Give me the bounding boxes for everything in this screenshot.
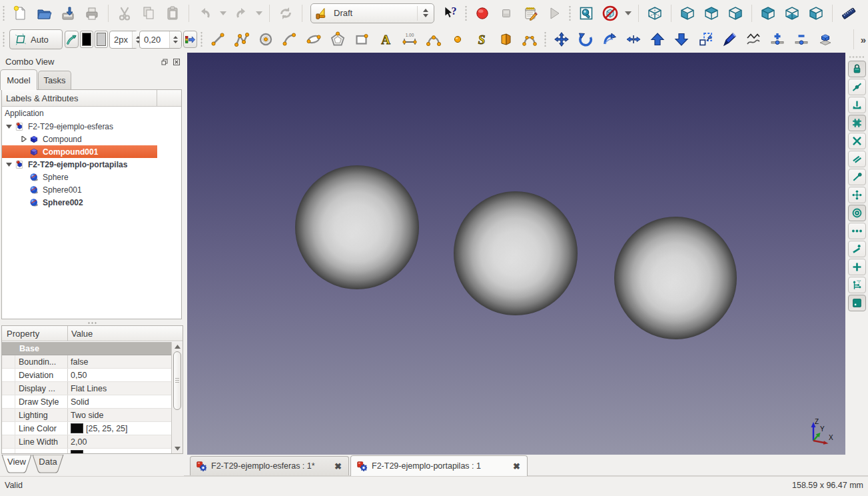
refresh-button[interactable] [276, 3, 296, 23]
document-tab-1[interactable]: F2-T29-ejemplo-esferas : 1*✖ [190, 456, 349, 475]
draft-wire-button[interactable] [232, 29, 252, 49]
draft-dimension-button[interactable]: 1.00 [400, 29, 420, 49]
snap-near-button[interactable] [848, 241, 866, 257]
property-value[interactable]: 2,00 [68, 435, 171, 448]
save-document-button[interactable] [58, 3, 78, 23]
whats-this-button[interactable]: ? [440, 3, 460, 23]
tree-item-sphere[interactable]: Sphere [2, 171, 181, 183]
property-value[interactable]: Solid [68, 395, 171, 408]
snap-center-button[interactable] [848, 205, 866, 221]
property-value[interactable]: false [68, 355, 171, 368]
draft-point-button[interactable] [448, 29, 468, 49]
workbench-selector-spinner[interactable] [417, 6, 431, 21]
draft-bspline-button[interactable] [424, 29, 444, 49]
fit-all-button[interactable] [576, 3, 596, 23]
property-value[interactable]: Two side [68, 409, 171, 421]
view-rear-button[interactable] [758, 3, 778, 23]
draft-ellipse-button[interactable] [304, 29, 324, 49]
macro-stop-button[interactable] [496, 3, 516, 23]
float-button[interactable] [160, 57, 169, 66]
property-value[interactable]: 0,50 [68, 369, 171, 381]
tab-close-icon[interactable]: ✖ [334, 461, 342, 471]
property-scrollbar[interactable] [171, 342, 183, 453]
view-left-button[interactable] [806, 3, 826, 23]
view-axonometric-button[interactable] [645, 3, 665, 23]
snap-ortho-button[interactable] [848, 259, 866, 275]
close-button[interactable] [172, 57, 181, 66]
draft-polygon-button[interactable] [328, 29, 348, 49]
snap-extension-button[interactable] [848, 223, 866, 239]
dock-tab-data[interactable]: Data [32, 455, 64, 473]
draft-delete-point-button[interactable] [791, 29, 811, 49]
draft-arc-button[interactable] [280, 29, 300, 49]
snap-intersection-button[interactable] [848, 133, 866, 149]
toolbar-grip[interactable] [199, 32, 205, 47]
workbench-selector[interactable]: Draft [310, 3, 434, 23]
draft-shape2dview-button[interactable] [815, 29, 835, 49]
draft-shapestring-button[interactable]: S [472, 29, 492, 49]
view-top-button[interactable] [701, 3, 721, 23]
tree-root-application[interactable]: Application [2, 107, 181, 120]
draft-rotate-button[interactable] [576, 29, 596, 49]
dock-tab-view[interactable]: View [1, 455, 32, 473]
property-value[interactable]: [25, 25, 25] [68, 422, 171, 435]
new-document-button[interactable] [10, 3, 30, 23]
line-width-spinbox[interactable]: 2px [109, 31, 138, 49]
scale-spinbox[interactable]: 0,20 [139, 31, 182, 49]
tree-item-sphere002[interactable]: Sphere002 [2, 196, 181, 209]
draft-facebinder-button[interactable] [496, 29, 516, 49]
measure-distance-button[interactable] [839, 3, 859, 23]
tree-item-f2-t29-ejemplo-portapilas[interactable]: F2-T29-ejemplo-portapilas [2, 158, 181, 171]
draft-text-button[interactable]: A [376, 29, 396, 49]
snap-endpoint-button[interactable] [848, 169, 866, 185]
undo-button[interactable] [195, 3, 215, 23]
property-row-draw-style[interactable]: Draw StyleSolid [2, 395, 171, 409]
snap-parallel-button[interactable] [848, 151, 866, 167]
clipping-plane-button[interactable] [600, 3, 620, 23]
toolbar-grip[interactable] [542, 32, 548, 47]
view-front-button[interactable] [677, 3, 697, 23]
draft-edit-button[interactable] [719, 29, 739, 49]
toolbar-grip[interactable] [1, 6, 7, 21]
snap-angle-button[interactable] [848, 187, 866, 203]
toolbar-grip[interactable] [1, 32, 7, 47]
undo-dropdown-button[interactable] [217, 3, 229, 23]
draft-wire-to-bspline-button[interactable] [743, 29, 763, 49]
view-right-button[interactable] [725, 3, 745, 23]
snap-lock-button[interactable] [848, 61, 866, 77]
draft-move-button[interactable] [552, 29, 572, 49]
tree-item-compound001[interactable]: Compound001 [2, 145, 181, 158]
draft-upgrade-button[interactable] [648, 29, 667, 49]
macro-record-button[interactable] [472, 3, 492, 23]
apply-style-button[interactable] [183, 31, 197, 48]
tab-tasks[interactable]: Tasks [38, 71, 71, 89]
value-column-header[interactable]: Value [68, 326, 183, 341]
toggle-snap-button[interactable] [65, 31, 79, 48]
property-row-boundin-[interactable]: Boundin...false [2, 355, 171, 369]
draft-add-point-button[interactable] [767, 29, 787, 49]
face-color-swatch[interactable] [95, 31, 108, 48]
property-row-partial[interactable] [2, 449, 171, 453]
draft-offset-button[interactable] [600, 29, 620, 49]
toolbar-overflow-chevron[interactable]: » [861, 34, 865, 45]
scale-spinbox-arrows[interactable] [169, 31, 181, 48]
property-row-line-width[interactable]: Line Width2,00 [2, 435, 171, 449]
paste-button[interactable] [163, 3, 183, 23]
snap-midpoint-button[interactable] [848, 79, 866, 95]
snap-special-button[interactable] [848, 277, 866, 293]
draft-bezcurve-button[interactable] [520, 29, 540, 49]
print-button[interactable] [82, 3, 102, 23]
expander-collapsed-icon[interactable] [21, 136, 27, 142]
draft-circle-button[interactable] [256, 29, 276, 49]
tab-close-icon[interactable]: ✖ [513, 461, 520, 471]
3d-viewport[interactable]: Z Y X [187, 53, 845, 455]
draft-line-button[interactable] [208, 29, 228, 49]
property-row-deviation[interactable]: Deviation0,50 [2, 369, 171, 382]
line-color-swatch[interactable] [80, 31, 93, 48]
snap-working-plane-button[interactable] [848, 295, 866, 311]
macro-play-button[interactable] [544, 3, 564, 23]
expander-expanded-icon[interactable] [6, 123, 12, 129]
snap-perpendicular-button[interactable] [848, 97, 866, 113]
clipping-dropdown-button[interactable] [622, 3, 634, 23]
tree-item-f2-t29-ejemplo-esferas[interactable]: F2-T29-ejemplo-esferas [2, 120, 181, 133]
